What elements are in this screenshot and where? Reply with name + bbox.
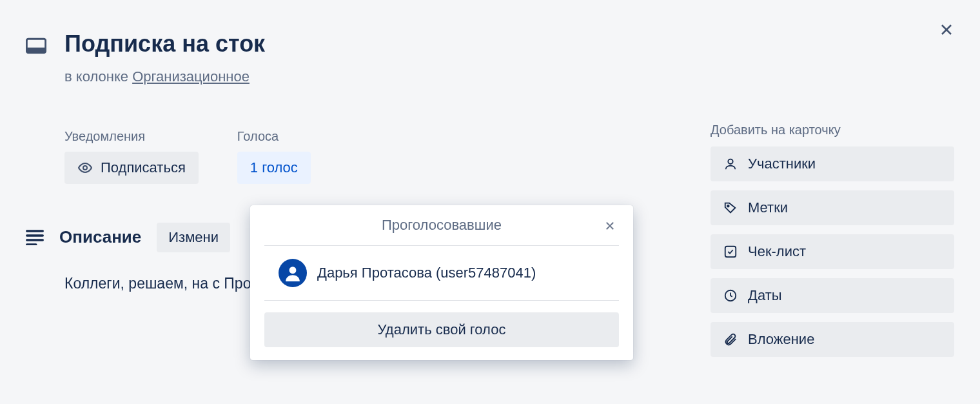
attachment-icon	[723, 332, 738, 347]
notifications-section: Уведомления Подписаться	[64, 129, 199, 184]
popover-title: Проголосовавшие	[382, 217, 502, 233]
svg-point-2	[83, 166, 87, 170]
subscribe-button[interactable]: Подписаться	[64, 152, 199, 184]
user-icon	[284, 265, 301, 281]
clock-icon	[723, 288, 738, 303]
votes-section: Голоса 1 голос	[237, 129, 311, 184]
vote-count-button[interactable]: 1 голос	[237, 152, 311, 184]
card-modal: Подписка на сток в колонке Организационн…	[0, 0, 980, 404]
tag-icon	[723, 201, 738, 215]
add-dates-button[interactable]: Даты	[710, 278, 954, 313]
edit-description-button[interactable]: Измени	[157, 223, 230, 252]
user-icon	[723, 157, 738, 171]
close-icon	[604, 220, 616, 232]
column-link[interactable]: Организационное	[132, 68, 250, 85]
voter-row[interactable]: Дарья Протасова (user57487041)	[264, 246, 619, 301]
add-checklist-button[interactable]: Чек-лист	[710, 234, 954, 269]
svg-rect-5	[26, 239, 44, 241]
checklist-icon	[723, 245, 738, 259]
svg-rect-9	[725, 247, 736, 258]
card-sidebar: Добавить на карточку Участники Метки Чек…	[710, 123, 954, 366]
avatar	[279, 259, 307, 287]
svg-rect-1	[26, 48, 45, 53]
svg-rect-4	[26, 234, 44, 237]
add-labels-button[interactable]: Метки	[710, 190, 954, 225]
voter-name: Дарья Протасова (user57487041)	[317, 265, 536, 281]
add-members-button[interactable]: Участники	[710, 146, 954, 181]
description-icon	[26, 230, 44, 245]
voters-popover: Проголосовавшие Дарья Протасова (user574…	[250, 205, 633, 360]
svg-rect-6	[26, 243, 37, 245]
card-column-line: в колонке Организационное	[64, 68, 265, 85]
description-heading: Описание	[59, 227, 141, 247]
eye-icon	[77, 160, 93, 176]
add-attachment-button[interactable]: Вложение	[710, 322, 954, 357]
svg-point-11	[289, 267, 297, 274]
svg-point-7	[728, 159, 732, 164]
votes-label: Голоса	[237, 129, 311, 144]
svg-point-8	[727, 205, 729, 207]
card-title[interactable]: Подписка на сток	[64, 31, 265, 57]
close-button[interactable]	[935, 18, 958, 41]
remove-vote-button[interactable]: Удалить свой голос	[264, 312, 619, 347]
sidebar-title: Добавить на карточку	[710, 123, 954, 137]
close-icon	[939, 22, 954, 37]
popover-close-button[interactable]	[601, 217, 619, 235]
svg-rect-3	[26, 230, 44, 232]
notifications-label: Уведомления	[64, 129, 199, 144]
card-icon	[26, 37, 46, 54]
